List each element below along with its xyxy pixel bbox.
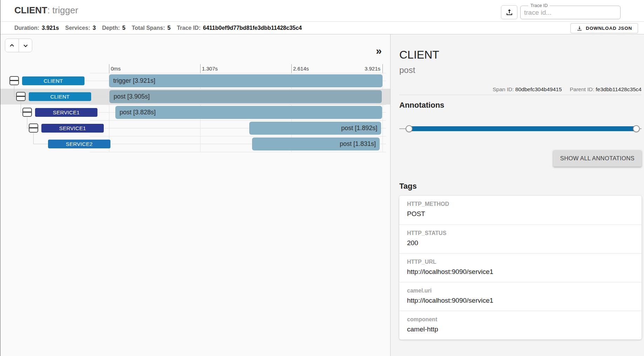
span-detail-panel: CLIENT post Span ID: 80dbefc304b49415 Pa…: [391, 34, 644, 356]
service-badge[interactable]: SERVICE2: [48, 140, 110, 148]
trace-stat-label: Trace ID:: [177, 25, 201, 31]
chevron-up-icon: [8, 42, 15, 49]
main: 0ms1.307s2.614s3.921s CLIENTtrigger [3.9…: [0, 34, 644, 356]
collapse-span-toggle[interactable]: [16, 92, 26, 101]
trace-stat-label: Duration:: [14, 25, 39, 31]
span-duration-bar[interactable]: post [1.892s]: [249, 122, 381, 135]
trace-timeline-panel: 0ms1.307s2.614s3.921s CLIENTtrigger [3.9…: [0, 34, 391, 356]
trace-stat-label: Total Spans:: [132, 25, 165, 31]
trace-stats-items: Duration:3.921sServices:3Depth:5Total Sp…: [14, 25, 308, 31]
trace-stat: Total Spans:5: [132, 25, 171, 31]
trace-viewer-app: CLIENT: trigger Trace ID Duration:3.921s…: [0, 0, 644, 356]
tag-value: http://localhost:9090/service1: [407, 268, 642, 276]
detail-service-name: CLIENT: [399, 48, 439, 61]
collapse-detail-panel-button[interactable]: »: [376, 46, 382, 56]
span-duration-bar[interactable]: post [3.905s]: [109, 90, 382, 103]
trace-stat: Trace ID:6411b0ef9d77bd81fe3dbb11428c35c…: [177, 25, 302, 31]
trace-stat: Services:3: [65, 25, 96, 31]
tag-value: camel-http: [407, 325, 642, 333]
show-all-annotations-button[interactable]: SHOW ALL ANNOTATIONS: [553, 150, 642, 167]
slider-handle-right[interactable]: [633, 125, 640, 132]
download-icon: [576, 25, 583, 32]
trace-stat-value: 5: [122, 25, 126, 31]
page-title-service: CLIENT: [14, 5, 47, 15]
span-duration-bar[interactable]: post [3.828s]: [115, 106, 382, 119]
tag-key: HTTP_METHOD: [407, 201, 642, 207]
previous-span-button[interactable]: [5, 39, 19, 52]
tag-row: HTTP_URLhttp://localhost:9090/service1: [399, 253, 642, 282]
download-json-label: DOWNLOAD JSON: [586, 26, 632, 31]
page-title: CLIENT: trigger: [14, 5, 78, 16]
tag-key: HTTP_URL: [407, 259, 642, 265]
trace-stat-value: 3: [93, 25, 96, 31]
page-title-separator: :: [47, 5, 52, 15]
trace-stat-label: Depth:: [102, 25, 120, 31]
annotations-range-slider: [399, 124, 642, 134]
trace-id-field-wrap: Trace ID: [520, 6, 621, 19]
detail-operation-name: post: [399, 65, 415, 75]
trace-stat-value: 5: [168, 25, 171, 31]
span-rows: CLIENTtrigger [3.921s]CLIENTpost [3.905s…: [0, 34, 390, 356]
parent-id-label: Parent ID:: [570, 86, 594, 92]
tag-value: POST: [407, 210, 642, 218]
trace-stat-value: 6411b0ef9d77bd81fe3dbb11428c35c4: [203, 25, 302, 31]
annotations-title: Annotations: [399, 101, 444, 110]
next-span-button[interactable]: [19, 39, 32, 52]
tag-key: component: [407, 316, 642, 323]
header: CLIENT: trigger Trace ID: [0, 0, 644, 22]
trace-id-field-label: Trace ID: [528, 3, 550, 8]
span-navigation-group: [5, 39, 32, 52]
tag-row: HTTP_METHODPOST: [399, 196, 642, 224]
chevron-down-icon: [22, 42, 29, 49]
trace-stat: Duration:3.921s: [14, 25, 59, 31]
download-json-button[interactable]: DOWNLOAD JSON: [570, 23, 638, 33]
trace-stat-value: 3.921s: [42, 25, 59, 31]
span-id-value: 80dbefc304b49415: [515, 86, 562, 92]
detail-span-ids: Span ID: 80dbefc304b49415 Parent ID: fe3…: [493, 86, 642, 93]
upload-trace-button[interactable]: [501, 5, 517, 19]
detail-divider: [399, 95, 642, 95]
upload-icon: [505, 8, 514, 16]
trace-stats-bar: Duration:3.921sServices:3Depth:5Total Sp…: [0, 22, 644, 34]
tag-row: camel.urihttp://localhost:9090/service1: [399, 282, 642, 311]
tags-card: HTTP_METHODPOSTHTTP_STATUS200HTTP_URLhtt…: [399, 196, 642, 340]
slider-selected-range[interactable]: [409, 126, 636, 131]
tag-row: componentcamel-http: [399, 311, 642, 340]
span-duration-bar[interactable]: trigger [3.921s]: [109, 74, 382, 87]
parent-id-value: fe3dbb11428c35c4: [596, 86, 642, 92]
tag-key: camel.uri: [407, 288, 642, 294]
tag-key: HTTP_STATUS: [407, 230, 642, 236]
trace-stat-label: Services:: [65, 25, 90, 31]
collapse-span-toggle[interactable]: [9, 76, 19, 85]
service-badge[interactable]: CLIENT: [22, 76, 84, 85]
tags-title: Tags: [399, 182, 417, 191]
trace-stat: Depth:5: [102, 25, 126, 31]
tag-row: HTTP_STATUS200: [399, 224, 642, 253]
service-badge[interactable]: CLIENT: [29, 92, 91, 101]
service-badge[interactable]: SERVICE1: [35, 108, 97, 117]
span-duration-bar[interactable]: post [1.831s]: [252, 137, 380, 150]
page-title-operation: trigger: [52, 5, 78, 15]
collapse-span-toggle[interactable]: [22, 108, 32, 117]
span-id-label: Span ID:: [493, 86, 514, 92]
service-badge[interactable]: SERVICE1: [41, 124, 104, 133]
tag-value: 200: [407, 239, 642, 247]
slider-handle-left[interactable]: [406, 125, 413, 132]
collapse-span-toggle[interactable]: [29, 123, 38, 133]
tag-value: http://localhost:9090/service1: [407, 297, 642, 304]
